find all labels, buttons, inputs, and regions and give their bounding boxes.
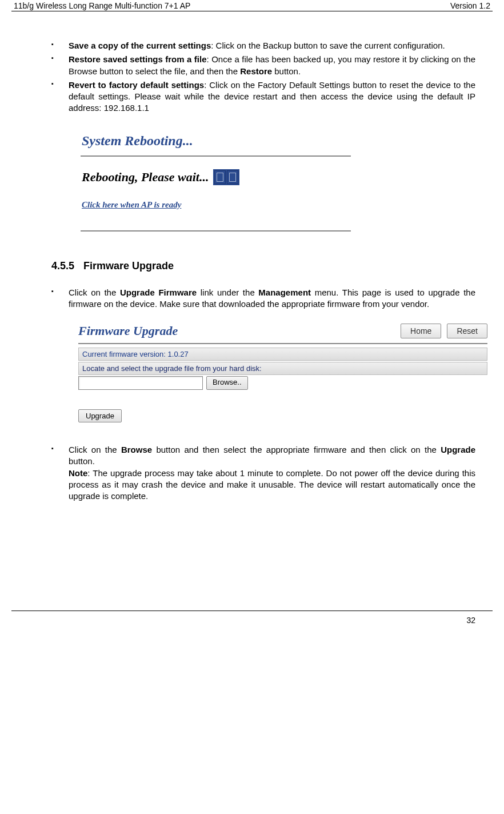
reboot-divider-2 bbox=[81, 230, 351, 232]
upgrade-button[interactable]: Upgrade bbox=[78, 409, 122, 422]
firmware-screenshot: Firmware Upgrade Home Reset Current firm… bbox=[77, 321, 489, 427]
bullet-browse-note: Click on the Browse button and then sele… bbox=[51, 444, 475, 502]
fw-divider bbox=[78, 343, 487, 344]
page-footer: 32 bbox=[11, 610, 493, 636]
b3-bold: Revert to factory default settings bbox=[69, 80, 204, 90]
browse-button[interactable]: Browse.. bbox=[206, 376, 248, 390]
note-label: Note bbox=[69, 468, 87, 478]
reboot-title: System Rebooting... bbox=[77, 129, 354, 155]
b2d: Management bbox=[258, 288, 311, 297]
header-left: 11b/g Wireless Long Range Multi-function… bbox=[14, 1, 190, 10]
b1-rest: : Click on the Backup button to save the… bbox=[211, 41, 445, 50]
b1-bold: Save a copy of the current settings bbox=[69, 41, 211, 50]
b2-bold2: Restore bbox=[240, 66, 272, 76]
b3a: Click on the bbox=[69, 445, 121, 454]
b2c: link under the bbox=[197, 288, 258, 297]
b2a: Click on the bbox=[69, 288, 120, 297]
bullet-list-2: Click on the Upgrade Firmware link under… bbox=[51, 287, 475, 310]
b3c: button and then select the appropriate f… bbox=[152, 445, 441, 454]
fw-title: Firmware Upgrade bbox=[78, 324, 395, 338]
section-heading: 4.5.5Firmware Upgrade bbox=[51, 260, 475, 272]
b3d: Upgrade bbox=[441, 445, 475, 454]
bullet-list-3: Click on the Browse button and then sele… bbox=[51, 444, 475, 502]
page-number: 32 bbox=[466, 616, 475, 625]
reboot-screenshot: System Rebooting... Rebooting, Please wa… bbox=[77, 129, 354, 232]
b2-bold: Restore saved settings from a file bbox=[69, 54, 207, 64]
countdown-icon bbox=[213, 169, 239, 185]
fw-locate-bar: Locate and select the upgrade file from … bbox=[78, 362, 487, 375]
b3e: button. bbox=[69, 456, 95, 466]
b3b: Browse bbox=[121, 445, 152, 454]
page-header: 11b/g Wireless Long Range Multi-function… bbox=[11, 0, 493, 11]
reboot-status-row: Rebooting, Please wait... bbox=[77, 157, 354, 190]
bullet-save-copy: Save a copy of the current settings: Cli… bbox=[51, 40, 475, 51]
b2-end: button. bbox=[272, 66, 301, 76]
bullet-restore: Restore saved settings from a file: Once… bbox=[51, 54, 475, 77]
reboot-wait-text: Rebooting, Please wait... bbox=[82, 170, 209, 185]
bullet-fw-intro: Click on the Upgrade Firmware link under… bbox=[51, 287, 475, 310]
reboot-ready-link[interactable]: Click here when AP is ready bbox=[77, 190, 354, 214]
section-title: Firmware Upgrade bbox=[83, 260, 174, 272]
header-right: Version 1.2 bbox=[450, 1, 490, 10]
note-text: : The upgrade process may take about 1 m… bbox=[69, 468, 475, 501]
bullet-list-1: Save a copy of the current settings: Cli… bbox=[51, 40, 475, 114]
file-path-input[interactable] bbox=[78, 376, 203, 390]
section-number: 4.5.5 bbox=[51, 260, 83, 272]
reset-button[interactable]: Reset bbox=[447, 324, 487, 338]
b2b: Upgrade Firmware bbox=[120, 288, 197, 297]
bullet-revert: Revert to factory default settings: Clic… bbox=[51, 79, 475, 114]
fw-version-bar: Current firmware version: 1.0.27 bbox=[78, 348, 487, 361]
home-button[interactable]: Home bbox=[401, 324, 441, 338]
